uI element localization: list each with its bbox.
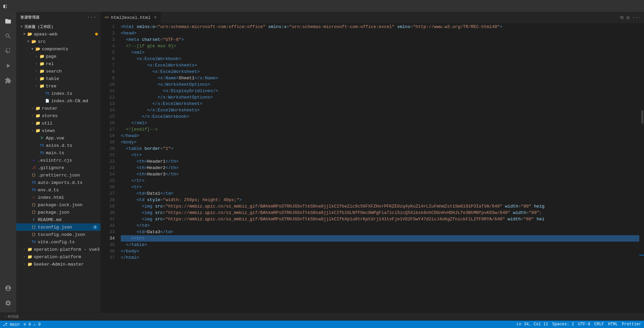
- md-icon: 📄: [45, 98, 50, 104]
- sidebar-item-page[interactable]: › 📁 page: [16, 53, 101, 60]
- sidebar-header-actions: ···: [87, 15, 96, 20]
- file-label: env.d.ts: [38, 188, 59, 193]
- sidebar-item-table[interactable]: › 📁 table: [16, 75, 101, 82]
- code-line-32: </td>: [121, 222, 639, 229]
- ts-icon: TS: [39, 143, 45, 148]
- code-line-11: <x:DisplayGridlines/>: [121, 88, 639, 94]
- code-line-31: <img src="https://mmbiz.qpic.cn/sz_mmbiz…: [121, 216, 639, 222]
- json-icon: {}: [31, 202, 36, 208]
- sidebar-item-search[interactable]: › 📁 search: [16, 67, 101, 75]
- open-editors-icon[interactable]: ⟲: [620, 15, 624, 21]
- cursor-position-status[interactable]: Ln 34, Col 11: [516, 322, 548, 327]
- sidebar-item-prettierrc[interactable]: › {} .prettierrc.json: [16, 171, 101, 179]
- code-line-16: </xml>: [121, 120, 639, 126]
- file-label: index.zh-CN.md: [51, 99, 88, 104]
- formatter-status[interactable]: Prettier: [622, 322, 641, 327]
- sidebar: 资源管理器 ··· ▼ 无标题 (工作区) ▼ 📂 apaas-web: [16, 12, 101, 312]
- sidebar-item-op[interactable]: › 📁 operation-platform: [16, 253, 101, 261]
- sidebar-item-geeker[interactable]: › 📁 Geeker-Admin-master: [16, 261, 101, 268]
- timeline-label[interactable]: 时间线: [8, 314, 19, 319]
- run-debug-icon[interactable]: [1, 59, 15, 73]
- activity-bar: [0, 12, 16, 312]
- timeline-chevron[interactable]: ›: [4, 315, 6, 319]
- code-editor[interactable]: <html xmlns:o="urn:schemas-microsoft-com…: [117, 24, 639, 312]
- code-line-9: <x:Name>Sheet1</x:Name>: [121, 75, 639, 81]
- folder-chevron: ›: [34, 76, 39, 81]
- folder-label: router: [42, 106, 58, 111]
- sidebar-item-index-ts[interactable]: › TS index.ts: [16, 90, 101, 97]
- errors-warnings-status[interactable]: ⊘ 0 ⚠ 0: [24, 322, 40, 327]
- settings-icon[interactable]: [1, 296, 15, 310]
- json-icon: {}: [31, 210, 36, 215]
- sidebar-item-vite-config[interactable]: › TS vite.config.ts: [16, 238, 101, 246]
- status-bar-right: Ln 34, Col 11 Spaces: 2 UTF-8 CRLF HTML …: [516, 322, 641, 327]
- sidebar-item-axios-ts[interactable]: › TS axios.d.ts: [16, 142, 101, 149]
- sidebar-item-util[interactable]: › 📁 util: [16, 119, 101, 127]
- folder-chevron: ›: [34, 83, 39, 89]
- file-label: axios.d.ts: [46, 143, 72, 148]
- code-line-6: <x:ExcelWorkbook>: [121, 56, 639, 62]
- scrollbar-track[interactable]: [639, 24, 644, 312]
- encoding-status[interactable]: UTF-8: [578, 322, 590, 327]
- sidebar-item-gitignore[interactable]: › ⎇ .gitignore: [16, 164, 101, 171]
- extensions-icon[interactable]: [1, 74, 15, 87]
- sidebar-item-tree[interactable]: › 📁 tree: [16, 82, 101, 90]
- sidebar-item-index-md[interactable]: › 📄 index.zh-CN.md: [16, 97, 101, 105]
- indentation-status[interactable]: Spaces: 2: [552, 322, 574, 327]
- code-line-15: </x:ExcelWorkbook>: [121, 113, 639, 120]
- ts-icon: TS: [39, 150, 45, 156]
- sidebar-item-index-html[interactable]: › ◇ index.html: [16, 194, 101, 201]
- files-icon[interactable]: [1, 15, 15, 28]
- sidebar-item-views[interactable]: › 📁 views: [16, 127, 101, 134]
- tab-close-button[interactable]: ×: [154, 15, 157, 20]
- sidebar-item-stores[interactable]: › 📁 stores: [16, 112, 101, 119]
- folder-label: apaas-web: [34, 32, 57, 37]
- more-actions-icon[interactable]: ···: [632, 15, 641, 21]
- ts-icon: TS: [31, 180, 36, 185]
- code-line-3: <meta charset="UTF-8">: [121, 36, 639, 43]
- tab-html2excel[interactable]: <> html2excel.html ×: [101, 12, 161, 24]
- language-mode-status[interactable]: HTML: [608, 322, 618, 327]
- html-icon: ◇: [31, 195, 36, 200]
- sidebar-item-main-ts[interactable]: › TS main.ts: [16, 149, 101, 157]
- sidebar-item-env-ts[interactable]: › TS env.d.ts: [16, 186, 101, 194]
- status-bar: ⎇ main ⊘ 0 ⚠ 0 Ln 34, Col 11 Spaces: 2 U…: [0, 321, 644, 328]
- account-icon[interactable]: [1, 281, 15, 295]
- folder-icon: 📁: [39, 83, 45, 89]
- code-line-17: <![endif]-->: [121, 126, 639, 133]
- folder-label: stores: [42, 113, 58, 118]
- file-label: tsconfig.node.json: [38, 232, 85, 237]
- scrollbar-thumb[interactable]: [641, 110, 643, 124]
- sidebar-item-auto-imports[interactable]: › TS auto-imports.d.ts: [16, 179, 101, 186]
- git-branch-status[interactable]: ⎇ main: [3, 322, 20, 327]
- folder-label: views: [42, 128, 55, 133]
- sidebar-item-router[interactable]: › 📁 router: [16, 105, 101, 112]
- folder-chevron: ›: [30, 113, 35, 118]
- folder-icon: 📁: [27, 247, 32, 252]
- sidebar-item-src[interactable]: ▼ 📂 src: [16, 38, 101, 45]
- line-ending-status[interactable]: CRLF: [594, 322, 604, 327]
- sidebar-item-app-vue[interactable]: › V App.vue: [16, 134, 101, 142]
- sidebar-item-readme[interactable]: › ℹ README.md: [16, 216, 101, 223]
- sidebar-item-rel[interactable]: › 📁 rel: [16, 60, 101, 67]
- source-control-icon[interactable]: [1, 44, 15, 58]
- sidebar-item-package-lock[interactable]: › {} package-lock.json: [16, 201, 101, 209]
- code-line-33: <td>Data3</td>: [121, 229, 639, 235]
- sidebar-item-apaas-web[interactable]: ▼ 📂 apaas-web: [16, 30, 101, 38]
- sidebar-item-tsconfig[interactable]: › {} tsconfig.json 2: [16, 223, 101, 231]
- git-icon: ⎇: [31, 165, 36, 170]
- sidebar-item-op-vue3[interactable]: › 📁 operation-platform - vue3: [16, 246, 101, 253]
- split-editor-icon[interactable]: ⊡: [626, 15, 629, 21]
- more-options-icon[interactable]: ···: [87, 15, 96, 20]
- search-activity-icon[interactable]: [1, 29, 15, 43]
- sidebar-item-tsconfig-node[interactable]: › {} tsconfig.node.json: [16, 231, 101, 238]
- sidebar-item-eslintrc[interactable]: › ● .eslintrc.cjs: [16, 157, 101, 164]
- workspace-label[interactable]: ▼ 无标题 (工作区): [16, 23, 101, 30]
- editor-area: <> html2excel.html × ⟲ ⊡ ··· 123 456 789…: [101, 12, 644, 312]
- bottom-panel-bar: › 时间线: [0, 312, 644, 321]
- sidebar-item-components[interactable]: ▼ 📂 components: [16, 45, 101, 53]
- folder-icon: 📁: [27, 262, 32, 267]
- sidebar-item-package-json[interactable]: › {} package.json: [16, 209, 101, 216]
- folder-chevron: ▼: [26, 39, 31, 44]
- folder-icon: 📁: [39, 54, 45, 59]
